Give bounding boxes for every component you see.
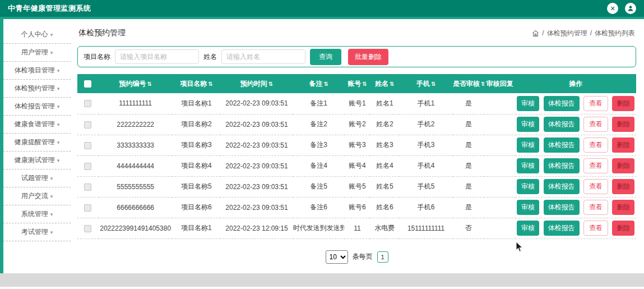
page-number-button[interactable]: 1	[377, 251, 388, 263]
project-cell: 项目名称1	[172, 93, 220, 114]
sidebar-item-exam-booking-management[interactable]: 体检预约管理▾	[3, 80, 71, 98]
delete-button[interactable]: 删除	[612, 137, 634, 153]
sidebar-item-question-management[interactable]: 试题管理▾	[3, 169, 71, 187]
sort-icon: ⇅	[208, 81, 212, 87]
col-header-project[interactable]: 项目名称⇅	[172, 74, 220, 93]
view-button[interactable]: 查看	[583, 158, 608, 173]
footer-strip	[0, 273, 644, 287]
reviewed-cell: 否	[453, 218, 484, 238]
sort-icon: ⇅	[481, 81, 484, 87]
report-button[interactable]: 体检报告	[544, 137, 580, 153]
account-cell: 账号1	[345, 93, 370, 114]
view-button[interactable]: 查看	[583, 200, 608, 215]
report-button[interactable]: 体检报告	[544, 158, 580, 173]
row-checkbox[interactable]	[84, 204, 91, 212]
delete-button[interactable]: 删除	[612, 96, 634, 111]
phone-cell: 手机2	[399, 114, 453, 135]
sort-icon: ⇅	[431, 81, 435, 87]
project-cell: 项目名称4	[172, 155, 220, 176]
sidebar-item-health-recipe-management[interactable]: 健康食谱管理▾	[3, 116, 71, 134]
review-button[interactable]: 审核	[517, 158, 539, 173]
home-icon[interactable]	[532, 29, 539, 37]
col-header-account[interactable]: 账号⇅	[345, 74, 370, 93]
query-button[interactable]: 查询	[310, 49, 341, 65]
col-header-note[interactable]: 备注⇅	[293, 74, 345, 93]
reviewed-cell: 是	[453, 114, 484, 135]
name-cell: 姓名3	[370, 135, 399, 155]
note-cell: 时代发送到发送到	[293, 218, 345, 238]
row-checkbox[interactable]	[84, 100, 91, 107]
name-cell: 姓名5	[370, 176, 399, 197]
sidebar-item-user-management[interactable]: 用户管理▾	[3, 44, 71, 62]
row-checkbox[interactable]	[84, 121, 91, 129]
review-button[interactable]: 审核	[517, 96, 539, 111]
account-cell: 账号4	[345, 155, 370, 176]
report-button[interactable]: 体检报告	[544, 221, 580, 236]
batch-delete-button[interactable]: 批量删除	[348, 49, 388, 65]
review-button[interactable]: 审核	[517, 117, 539, 132]
sidebar-item-system-management[interactable]: 系统管理▾	[3, 205, 71, 223]
row-checkbox[interactable]	[84, 225, 91, 232]
view-button[interactable]: 查看	[583, 137, 608, 153]
account-cell: 账号5	[345, 176, 370, 197]
time-cell: 2022-02-23 09:03:51	[220, 155, 293, 176]
sidebar-item-health-reminder-management[interactable]: 健康提醒管理▾	[3, 134, 71, 152]
pagination: 10 条每页 1	[77, 250, 636, 264]
sidebar-item-personal-center[interactable]: 个人中心▾	[3, 26, 71, 44]
review-button[interactable]: 审核	[517, 221, 539, 236]
delete-button[interactable]: 删除	[612, 117, 634, 132]
delete-button[interactable]: 删除	[612, 200, 634, 215]
sidebar-item-user-communication[interactable]: 用户交流▾	[3, 187, 71, 205]
sidebar-item-health-test-management[interactable]: 健康测试管理▾	[3, 152, 71, 169]
sidebar-item-label: 系统管理	[21, 209, 48, 219]
sort-icon: ⇅	[323, 81, 328, 87]
user-icon[interactable]	[625, 3, 636, 14]
sidebar-item-exam-project-management[interactable]: 体检项目管理▾	[3, 62, 71, 80]
view-button[interactable]: 查看	[583, 96, 608, 111]
delete-button[interactable]: 删除	[612, 179, 634, 194]
project-name-input[interactable]	[115, 49, 199, 64]
name-input[interactable]	[221, 49, 305, 64]
sidebar-item-exam-report-management[interactable]: 体检报告管理▾	[3, 98, 71, 116]
review-button[interactable]: 审核	[517, 179, 539, 194]
phone-cell: 手机3	[399, 135, 453, 155]
breadcrumb-item-booking-management[interactable]: 体检预约管理	[547, 29, 587, 38]
review-reply-cell	[484, 135, 516, 155]
sidebar-item-label: 健康测试管理	[15, 155, 55, 165]
note-cell: 备注3	[293, 135, 345, 155]
col-header-booking-no[interactable]: 预约编号⇅	[99, 74, 173, 93]
select-all-checkbox[interactable]	[84, 80, 91, 88]
page-title: 体检预约管理	[78, 28, 126, 38]
sidebar-item-exam-management[interactable]: 考试管理▾	[3, 223, 71, 241]
report-button[interactable]: 体检报告	[544, 200, 580, 215]
report-button[interactable]: 体检报告	[544, 179, 580, 194]
phone-cell: 15111111111	[399, 218, 453, 238]
row-checkbox[interactable]	[84, 142, 91, 149]
booking-no-cell: 1111111111	[99, 93, 173, 114]
booking-no-cell: 4444444444	[99, 155, 173, 176]
view-button[interactable]: 查看	[583, 117, 608, 132]
row-checkbox[interactable]	[84, 184, 91, 191]
name-cell: 姓名1	[370, 93, 399, 114]
col-header-reviewed[interactable]: 是否审核⇅	[453, 74, 484, 93]
view-button[interactable]: 查看	[583, 179, 608, 194]
report-button[interactable]: 体检报告	[544, 96, 580, 111]
page-size-select[interactable]: 10	[326, 250, 348, 264]
delete-button[interactable]: 删除	[612, 158, 634, 173]
booking-no-cell: 5555555555	[99, 176, 173, 197]
breadcrumb-item-booking-list[interactable]: 体检预约列表	[595, 29, 635, 38]
report-button[interactable]: 体检报告	[544, 117, 580, 132]
col-header-time[interactable]: 预约时间⇅	[220, 74, 293, 93]
col-label: 操作	[569, 80, 582, 88]
col-header-phone[interactable]: 手机⇅	[399, 74, 453, 93]
review-button[interactable]: 审核	[517, 137, 539, 153]
row-checkbox[interactable]	[84, 163, 91, 170]
close-icon[interactable]: ✕	[607, 3, 618, 14]
col-header-name[interactable]: 姓名⇅	[370, 74, 399, 93]
account-cell: 11	[345, 218, 370, 238]
review-reply-cell	[484, 155, 516, 176]
breadcrumb: / 体检预约管理 / 体检预约列表	[532, 29, 635, 38]
view-button[interactable]: 查看	[583, 221, 608, 236]
delete-button[interactable]: 删除	[612, 221, 634, 236]
review-button[interactable]: 审核	[517, 200, 539, 215]
